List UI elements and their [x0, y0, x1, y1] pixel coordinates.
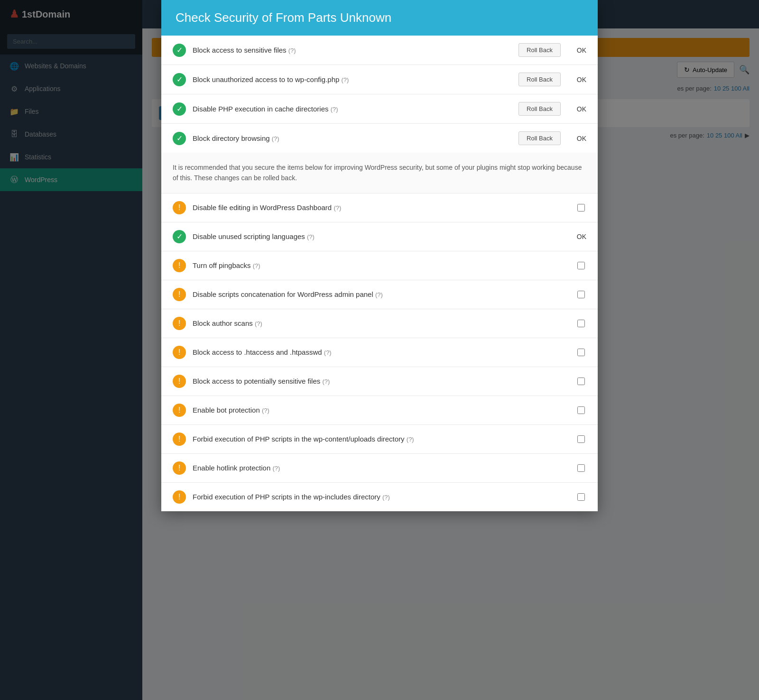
- warning-icon: !: [173, 433, 186, 446]
- security-item-optional: !Block access to .htaccess and .htpasswd…: [161, 338, 598, 367]
- success-icon: ✓: [173, 132, 186, 145]
- item-label: Block access to .htaccess and .htpasswd …: [193, 348, 569, 356]
- warning-icon: !: [173, 490, 186, 504]
- security-item-ok: ✓Block directory browsing (?)Roll BackOK: [161, 124, 598, 153]
- security-item-optional: !Forbid execution of PHP scripts in the …: [161, 483, 598, 511]
- help-text: (?): [382, 494, 390, 501]
- rollback-button[interactable]: Roll Back: [518, 43, 561, 57]
- warning-icon: !: [173, 404, 186, 417]
- help-text: (?): [262, 407, 269, 414]
- item-label: Enable bot protection (?): [193, 406, 569, 414]
- security-modal: Check Security of From Parts Unknown ✓Bl…: [161, 0, 598, 511]
- security-item-optional: !Enable hotlink protection (?): [161, 454, 598, 483]
- help-text: (?): [333, 204, 341, 212]
- item-label: Disable file editing in WordPress Dashbo…: [193, 203, 569, 212]
- ok-status: OK: [572, 76, 586, 83]
- rollback-button[interactable]: Roll Back: [518, 131, 561, 145]
- checkbox-area: [576, 434, 586, 444]
- item-label: Turn off pingbacks (?): [193, 261, 569, 269]
- help-text: (?): [272, 465, 280, 472]
- help-text: (?): [375, 291, 383, 298]
- help-text: (?): [407, 436, 414, 443]
- security-item-optional: !Forbid execution of PHP scripts in the …: [161, 425, 598, 454]
- ok-status: OK: [572, 105, 586, 113]
- help-text: (?): [324, 349, 332, 356]
- success-icon: ✓: [173, 230, 186, 243]
- item-label: Disable PHP execution in cache directori…: [193, 105, 512, 113]
- modal-title: Check Security of From Parts Unknown: [176, 10, 583, 25]
- success-icon: ✓: [173, 73, 186, 86]
- help-text: (?): [307, 233, 315, 240]
- checkbox-area: [576, 289, 586, 300]
- security-checkbox[interactable]: [577, 320, 585, 327]
- success-icon: ✓: [173, 44, 186, 57]
- help-text: (?): [331, 106, 338, 113]
- rollback-button[interactable]: Roll Back: [518, 73, 561, 86]
- help-text: (?): [288, 47, 296, 54]
- security-checkbox[interactable]: [577, 204, 585, 212]
- recommendation-text: It is recommended that you secure the it…: [161, 153, 598, 193]
- security-checkbox[interactable]: [577, 378, 585, 385]
- item-label: Enable hotlink protection (?): [193, 464, 569, 472]
- ok-status: OK: [572, 233, 586, 240]
- item-label: Block directory browsing (?): [193, 134, 512, 142]
- security-checkbox[interactable]: [577, 493, 585, 501]
- modal-header: Check Security of From Parts Unknown: [161, 0, 598, 36]
- security-item-optional: !Disable scripts concatenation for WordP…: [161, 280, 598, 309]
- checkbox-area: [576, 203, 586, 213]
- optional-items-container: !Disable file editing in WordPress Dashb…: [161, 193, 598, 511]
- security-item-optional: !Block access to potentially sensitive f…: [161, 367, 598, 396]
- security-item-optional: !Block author scans (?): [161, 309, 598, 338]
- item-label: Forbid execution of PHP scripts in the w…: [193, 435, 569, 443]
- security-checkbox[interactable]: [577, 435, 585, 443]
- security-item-ok: ✓Block unauthorized access to to wp-conf…: [161, 65, 598, 94]
- security-checkbox[interactable]: [577, 406, 585, 414]
- security-item-ok: ✓Disable PHP execution in cache director…: [161, 94, 598, 124]
- warning-icon: !: [173, 375, 186, 388]
- security-checkbox[interactable]: [577, 262, 585, 269]
- item-label: Disable unused scripting languages (?): [193, 232, 565, 240]
- warning-icon: !: [173, 461, 186, 475]
- warning-icon: !: [173, 346, 186, 359]
- help-text: (?): [272, 135, 279, 142]
- checkbox-area: [576, 492, 586, 502]
- security-checkbox[interactable]: [577, 291, 585, 298]
- security-checkbox[interactable]: [577, 464, 585, 472]
- warning-icon: !: [173, 288, 186, 301]
- security-checkbox[interactable]: [577, 349, 585, 356]
- ok-status: OK: [572, 46, 586, 54]
- item-label: Block access to potentially sensitive fi…: [193, 377, 569, 385]
- security-item-optional: !Disable file editing in WordPress Dashb…: [161, 193, 598, 222]
- warning-icon: !: [173, 201, 186, 214]
- help-text: (?): [253, 262, 260, 269]
- security-item-optional: ✓Disable unused scripting languages (?)O…: [161, 222, 598, 251]
- checkbox-area: [576, 318, 586, 329]
- modal-body[interactable]: ✓Block access to sensitive files (?)Roll…: [161, 36, 598, 511]
- checkbox-area: [576, 405, 586, 415]
- ok-items-container: ✓Block access to sensitive files (?)Roll…: [161, 36, 598, 153]
- help-text: (?): [342, 76, 349, 83]
- help-text: (?): [255, 320, 262, 327]
- ok-status: OK: [572, 135, 586, 142]
- checkbox-area: [576, 376, 586, 387]
- security-item-ok: ✓Block access to sensitive files (?)Roll…: [161, 36, 598, 65]
- help-text: (?): [322, 378, 330, 385]
- checkbox-area: [576, 347, 586, 358]
- checkbox-area: [576, 260, 586, 271]
- item-label: Block author scans (?): [193, 319, 569, 327]
- rollback-button[interactable]: Roll Back: [518, 102, 561, 116]
- item-label: Block unauthorized access to to wp-confi…: [193, 75, 512, 83]
- checkbox-area: [576, 463, 586, 473]
- success-icon: ✓: [173, 102, 186, 116]
- warning-icon: !: [173, 317, 186, 330]
- item-label: Disable scripts concatenation for WordPr…: [193, 290, 569, 298]
- warning-icon: !: [173, 259, 186, 272]
- item-label: Forbid execution of PHP scripts in the w…: [193, 493, 569, 501]
- security-item-optional: !Enable bot protection (?): [161, 396, 598, 425]
- security-item-optional: !Turn off pingbacks (?): [161, 251, 598, 280]
- item-label: Block access to sensitive files (?): [193, 46, 512, 54]
